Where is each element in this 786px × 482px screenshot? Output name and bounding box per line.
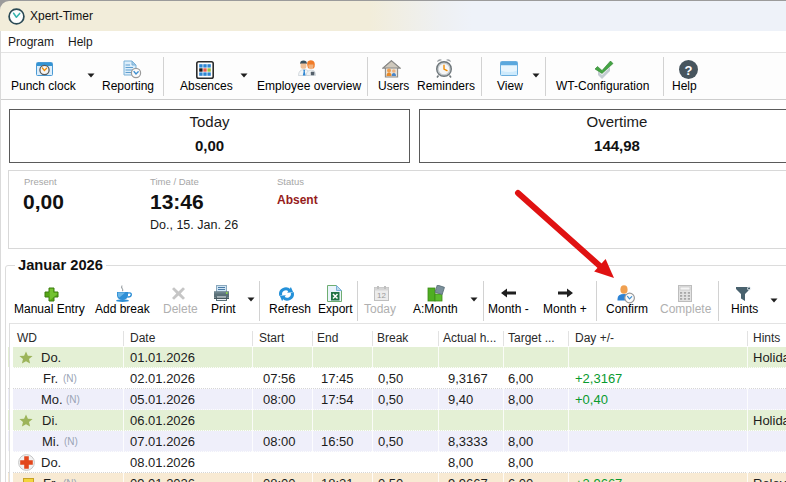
svg-text:?: ? [685,63,693,78]
svg-text:12: 12 [377,291,386,300]
